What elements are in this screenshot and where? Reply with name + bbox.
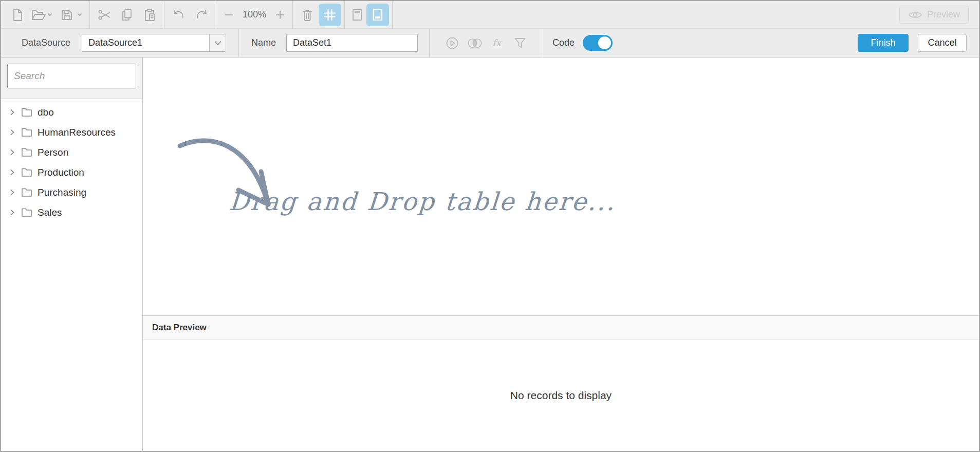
data-preview-grid: No records to display xyxy=(143,340,979,451)
panel-top-view-button[interactable] xyxy=(348,4,366,26)
scissors-icon xyxy=(98,9,111,21)
toolbar-separator xyxy=(292,1,293,28)
open-file-button[interactable] xyxy=(27,4,57,26)
datasource-dropdown[interactable]: DataSource1 xyxy=(82,34,226,52)
folder-icon xyxy=(21,147,32,157)
tree-item-purchasing[interactable]: Purchasing xyxy=(1,182,142,202)
datasource-label: DataSource xyxy=(22,37,70,48)
filter-button[interactable] xyxy=(509,32,531,54)
minus-icon xyxy=(224,10,234,20)
caret-down-icon xyxy=(48,14,51,15)
code-toggle[interactable] xyxy=(583,35,613,51)
preview-button[interactable]: Preview xyxy=(899,6,969,24)
dataset-toolbar: DataSource DataSource1 Name xyxy=(1,29,979,58)
tree-item-humanresources[interactable]: HumanResources xyxy=(1,122,142,142)
open-file-icon xyxy=(31,9,52,21)
empty-records-message: No records to display xyxy=(510,389,612,402)
panel-bottom-view-button[interactable] xyxy=(366,4,389,26)
expression-button[interactable]: fx xyxy=(486,32,509,54)
data-preview-header: Data Preview xyxy=(143,315,979,340)
tree-item-label: HumanResources xyxy=(38,127,116,138)
cut-button[interactable] xyxy=(93,4,116,26)
svg-text:fx: fx xyxy=(492,37,502,48)
clipboard-group xyxy=(93,1,161,28)
new-file-button[interactable] xyxy=(8,4,27,26)
paste-button[interactable] xyxy=(138,4,161,26)
zoom-level: 100% xyxy=(238,9,271,20)
dropdown-arrow[interactable] xyxy=(209,34,226,51)
eye-icon xyxy=(908,10,922,20)
main-toolbar: 100% xyxy=(1,1,979,29)
tree-item-label: Production xyxy=(38,167,84,178)
run-query-button[interactable] xyxy=(441,32,464,54)
design-area: Drag and Drop table here... Data Preview… xyxy=(143,58,979,451)
history-group xyxy=(168,1,213,28)
run-icon xyxy=(445,36,459,50)
folder-icon xyxy=(21,167,32,177)
dataset-name-input[interactable] xyxy=(286,34,418,52)
join-venn-icon xyxy=(467,36,483,50)
search-area xyxy=(1,58,142,99)
undo-icon xyxy=(172,9,186,21)
plus-icon xyxy=(275,10,285,20)
zoom-out-button[interactable] xyxy=(219,4,238,26)
view-group-2 xyxy=(348,1,389,28)
cancel-button[interactable]: Cancel xyxy=(918,34,967,52)
tree-item-label: dbo xyxy=(38,107,54,118)
fx-icon: fx xyxy=(490,36,505,50)
folder-icon xyxy=(21,107,32,117)
table-drop-canvas[interactable]: Drag and Drop table here... xyxy=(143,58,979,315)
trash-icon xyxy=(301,8,313,22)
drop-hint-text: Drag and Drop table here... xyxy=(228,187,617,216)
tree-item-sales[interactable]: Sales xyxy=(1,202,142,222)
delete-button[interactable] xyxy=(296,4,319,26)
paste-icon xyxy=(143,8,156,22)
join-button[interactable] xyxy=(464,32,486,54)
datasource-dropdown-value: DataSource1 xyxy=(82,34,209,51)
chevron-right-icon[interactable] xyxy=(8,189,16,196)
file-group xyxy=(8,1,86,28)
name-label: Name xyxy=(251,37,276,48)
search-box xyxy=(7,64,136,88)
caret-down-icon xyxy=(78,14,81,15)
panel-bottom-icon xyxy=(372,8,383,22)
toolbar-separator xyxy=(164,1,164,28)
view-group-1 xyxy=(296,1,341,28)
panel-top-icon xyxy=(352,8,363,22)
dataset-designer-window: 100% xyxy=(0,0,980,452)
toolbar-separator xyxy=(392,1,393,28)
chevron-right-icon[interactable] xyxy=(8,128,16,136)
finish-button[interactable]: Finish xyxy=(858,34,909,52)
tree-item-label: Purchasing xyxy=(38,187,86,198)
toolbar-separator xyxy=(429,29,430,57)
grid-icon xyxy=(323,8,337,22)
toolbar-separator xyxy=(344,1,345,28)
new-file-icon xyxy=(11,8,24,22)
chevron-right-icon[interactable] xyxy=(8,148,16,156)
chevron-right-icon[interactable] xyxy=(8,209,16,216)
redo-button[interactable] xyxy=(190,4,213,26)
toolbar-separator xyxy=(216,1,216,28)
chevron-right-icon[interactable] xyxy=(8,108,16,116)
redo-icon xyxy=(195,9,208,21)
zoom-group: 100% xyxy=(219,1,289,28)
save-button[interactable] xyxy=(57,4,86,26)
search-input[interactable] xyxy=(14,70,141,82)
content-area: dbo HumanResources Person Production xyxy=(1,58,979,451)
chevron-down-icon xyxy=(214,41,222,46)
tree-item-person[interactable]: Person xyxy=(1,142,142,162)
toolbar-separator xyxy=(89,1,90,28)
toggle-knob xyxy=(598,36,611,49)
query-tools-group: fx xyxy=(441,29,531,57)
tree-item-dbo[interactable]: dbo xyxy=(1,102,142,122)
toolbar-separator xyxy=(238,29,239,57)
code-label: Code xyxy=(552,37,575,48)
zoom-in-button[interactable] xyxy=(271,4,289,26)
tree-item-production[interactable]: Production xyxy=(1,162,142,182)
copy-button[interactable] xyxy=(116,4,138,26)
undo-button[interactable] xyxy=(168,4,190,26)
data-preview-title: Data Preview xyxy=(152,323,207,333)
folder-icon xyxy=(21,187,32,197)
grid-view-button[interactable] xyxy=(319,4,341,26)
chevron-right-icon[interactable] xyxy=(8,168,16,176)
